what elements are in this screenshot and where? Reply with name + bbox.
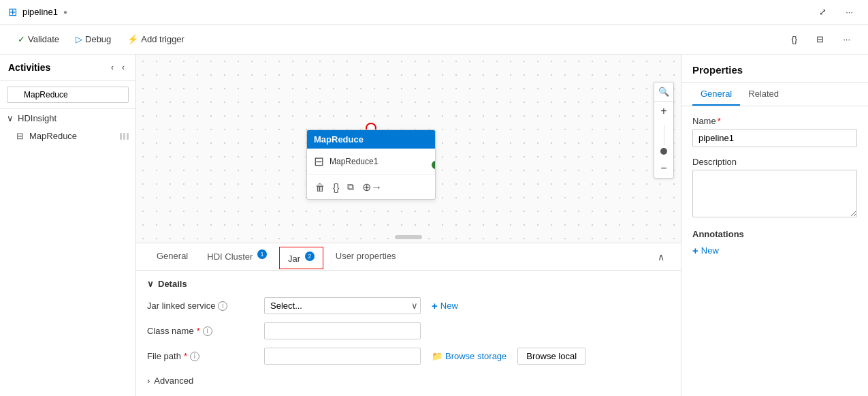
tab-hdi-cluster[interactable]: HDI Cluster 1 bbox=[197, 244, 276, 269]
mapreduce-icon: ⊟ bbox=[16, 131, 24, 141]
expand-button[interactable]: ⤢ bbox=[812, 4, 833, 20]
trigger-icon: ⚡ bbox=[127, 34, 138, 44]
search-input[interactable] bbox=[7, 87, 129, 103]
node-connect-button[interactable]: ⊕→ bbox=[361, 179, 383, 195]
details-section-header[interactable]: ∨ Details bbox=[147, 279, 670, 289]
toolbar-left: ✓ Validate ▷ Debug ⚡ Add trigger bbox=[11, 31, 191, 47]
pipeline-title: pipeline1 bbox=[22, 7, 58, 17]
file-path-info[interactable]: i bbox=[190, 352, 199, 361]
monitor-button[interactable]: ⊟ bbox=[809, 31, 831, 47]
add-icon: + bbox=[692, 245, 698, 256]
prop-description-label: Description bbox=[692, 157, 857, 167]
debug-icon: ▷ bbox=[76, 34, 82, 44]
sidebar-header-icons: ‹ ‹ bbox=[108, 61, 127, 74]
properties-tabs: General Related bbox=[681, 83, 868, 106]
prop-name-label: Name * bbox=[692, 116, 857, 126]
toolbar: ✓ Validate ▷ Debug ⚡ Add trigger {} ⊟ ··… bbox=[0, 25, 868, 55]
node-code-button[interactable]: {} bbox=[332, 181, 340, 194]
bottom-tabs: General HDI Cluster 1 Jar 2 User propert… bbox=[136, 243, 681, 271]
node-copy-button[interactable]: ⧉ bbox=[346, 180, 355, 194]
properties-title: Properties bbox=[681, 55, 868, 83]
zoom-handle[interactable] bbox=[660, 148, 667, 155]
unsaved-dot: ● bbox=[63, 8, 67, 16]
plus-icon: + bbox=[432, 300, 438, 311]
class-name-info[interactable]: i bbox=[203, 326, 212, 336]
code-button[interactable]: {} bbox=[784, 31, 804, 47]
details-chevron: ∨ bbox=[147, 279, 154, 289]
prop-description-textarea[interactable] bbox=[692, 170, 857, 217]
sidebar: Activities ‹ ‹ ∨ HDInsight ⊟ MapReduce bbox=[0, 55, 136, 396]
title-bar-right: ⤢ ··· bbox=[812, 4, 860, 20]
validate-button[interactable]: ✓ Validate bbox=[11, 31, 66, 47]
sidebar-search-container bbox=[0, 81, 135, 109]
jar-linked-service-label: Jar linked service i bbox=[147, 301, 256, 311]
sidebar-header: Activities ‹ ‹ bbox=[0, 55, 135, 81]
zoom-in-button[interactable]: + bbox=[654, 102, 673, 121]
canvas-area[interactable]: MapReduce ⊟ MapReduce1 🗑 {} ⧉ ⊕→ 🔍 + bbox=[136, 55, 681, 396]
sidebar-minimize-button[interactable]: ‹ bbox=[119, 61, 127, 74]
collapse-icon: ∨ bbox=[7, 113, 14, 123]
zoom-controls: 🔍 + − bbox=[654, 82, 674, 179]
prop-tab-related[interactable]: Related bbox=[740, 83, 787, 106]
zoom-out-button[interactable]: − bbox=[654, 159, 673, 178]
browse-storage-button[interactable]: 📁 Browse storage bbox=[429, 348, 509, 364]
node-right-connector[interactable] bbox=[432, 161, 436, 169]
sidebar-item-mapreduce[interactable]: ⊟ MapReduce bbox=[0, 127, 135, 144]
tab-jar[interactable]: Jar 2 bbox=[279, 247, 323, 269]
collapse-panel-button[interactable]: ∧ bbox=[652, 249, 670, 265]
class-name-label: Class name * i bbox=[147, 326, 256, 336]
tab-general[interactable]: General bbox=[147, 245, 197, 268]
form-area: ∨ Details Jar linked service i Select...… bbox=[136, 271, 681, 396]
jar-badge: 2 bbox=[305, 252, 315, 261]
zoom-search-button[interactable]: 🔍 bbox=[654, 82, 673, 102]
file-path-input[interactable] bbox=[264, 348, 421, 365]
class-name-row: Class name * i bbox=[147, 322, 670, 339]
node-delete-button[interactable]: 🗑 bbox=[314, 181, 326, 194]
folder-icon: 📁 bbox=[432, 351, 443, 361]
prop-name-field: Name * bbox=[692, 116, 857, 147]
class-name-input[interactable] bbox=[264, 322, 421, 339]
file-path-row: File path * i 📁 Browse storage Browse lo… bbox=[147, 348, 670, 365]
browse-local-button[interactable]: Browse local bbox=[517, 348, 585, 365]
debug-button[interactable]: ▷ Debug bbox=[69, 31, 118, 47]
node-header: MapReduce bbox=[307, 130, 435, 149]
title-bar-left: ⊞ pipeline1 ● bbox=[8, 5, 67, 18]
title-bar: ⊞ pipeline1 ● ⤢ ··· bbox=[0, 0, 868, 25]
advanced-chevron: › bbox=[147, 376, 150, 386]
file-path-label: File path * i bbox=[147, 351, 256, 361]
node-body: ⊟ MapReduce1 bbox=[307, 149, 435, 175]
toolbar-more-button[interactable]: ··· bbox=[836, 31, 857, 47]
sidebar-title: Activities bbox=[8, 62, 50, 73]
jar-linked-service-info[interactable]: i bbox=[218, 301, 227, 311]
properties-panel: Properties General Related Name * Descri… bbox=[681, 55, 868, 396]
prop-tab-general[interactable]: General bbox=[692, 83, 740, 106]
validate-icon: ✓ bbox=[18, 34, 25, 44]
jar-linked-service-select-wrapper: Select... ∨ bbox=[264, 297, 418, 314]
prop-name-input[interactable] bbox=[692, 129, 857, 147]
tab-user-properties[interactable]: User properties bbox=[326, 245, 406, 268]
drag-handle[interactable] bbox=[120, 133, 129, 140]
pipeline-icon: ⊞ bbox=[8, 5, 17, 18]
sidebar-collapse-button[interactable]: ‹ bbox=[108, 61, 116, 74]
bottom-panel: General HDI Cluster 1 Jar 2 User propert… bbox=[136, 243, 681, 396]
zoom-track bbox=[664, 125, 664, 145]
prop-description-field: Description bbox=[692, 157, 857, 219]
advanced-row[interactable]: › Advanced bbox=[147, 373, 670, 389]
main-layout: Activities ‹ ‹ ∨ HDInsight ⊟ MapReduce bbox=[0, 55, 868, 396]
sidebar-category-hdinsight[interactable]: ∨ HDInsight bbox=[0, 109, 135, 127]
jar-linked-service-select[interactable]: Select... bbox=[264, 297, 421, 314]
add-annotation-button[interactable]: + New bbox=[692, 245, 719, 256]
annotations-label: Annotations bbox=[692, 229, 857, 239]
mapreduce-node[interactable]: MapReduce ⊟ MapReduce1 🗑 {} ⧉ ⊕→ bbox=[306, 130, 436, 200]
zoom-slider[interactable] bbox=[660, 121, 667, 159]
prop-annotations-field: Annotations + New bbox=[692, 229, 857, 256]
node-body-icon: ⊟ bbox=[314, 154, 324, 169]
add-trigger-button[interactable]: ⚡ Add trigger bbox=[120, 31, 191, 47]
properties-body: Name * Description Annotations + New bbox=[681, 106, 868, 396]
hdi-badge: 1 bbox=[257, 249, 267, 259]
jar-linked-service-new-button[interactable]: + New bbox=[426, 297, 464, 314]
titlebar-more-button[interactable]: ··· bbox=[839, 4, 860, 20]
node-container[interactable]: MapReduce ⊟ MapReduce1 🗑 {} ⧉ ⊕→ bbox=[306, 130, 436, 200]
panel-collapse-toggle[interactable] bbox=[395, 235, 422, 239]
toolbar-right: {} ⊟ ··· bbox=[784, 31, 857, 47]
